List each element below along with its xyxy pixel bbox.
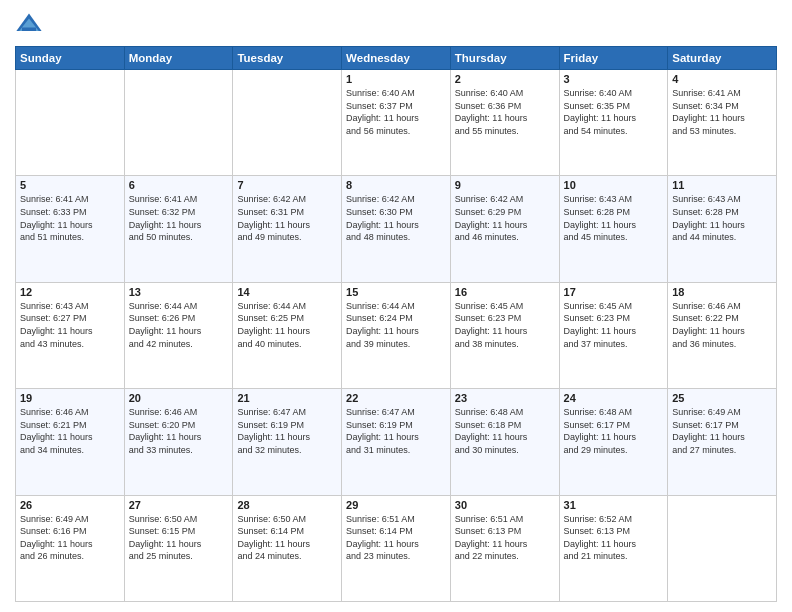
day-info: Sunrise: 6:51 AM Sunset: 6:14 PM Dayligh… bbox=[346, 513, 446, 563]
day-number: 6 bbox=[129, 179, 229, 191]
day-number: 23 bbox=[455, 392, 555, 404]
calendar-cell: 31Sunrise: 6:52 AM Sunset: 6:13 PM Dayli… bbox=[559, 495, 668, 601]
day-number: 25 bbox=[672, 392, 772, 404]
logo-icon bbox=[15, 10, 43, 38]
calendar-cell: 8Sunrise: 6:42 AM Sunset: 6:30 PM Daylig… bbox=[342, 176, 451, 282]
calendar-cell: 6Sunrise: 6:41 AM Sunset: 6:32 PM Daylig… bbox=[124, 176, 233, 282]
day-info: Sunrise: 6:41 AM Sunset: 6:33 PM Dayligh… bbox=[20, 193, 120, 243]
calendar-cell: 4Sunrise: 6:41 AM Sunset: 6:34 PM Daylig… bbox=[668, 70, 777, 176]
calendar-cell: 27Sunrise: 6:50 AM Sunset: 6:15 PM Dayli… bbox=[124, 495, 233, 601]
day-info: Sunrise: 6:45 AM Sunset: 6:23 PM Dayligh… bbox=[455, 300, 555, 350]
day-info: Sunrise: 6:44 AM Sunset: 6:24 PM Dayligh… bbox=[346, 300, 446, 350]
day-info: Sunrise: 6:41 AM Sunset: 6:32 PM Dayligh… bbox=[129, 193, 229, 243]
day-info: Sunrise: 6:50 AM Sunset: 6:14 PM Dayligh… bbox=[237, 513, 337, 563]
day-info: Sunrise: 6:44 AM Sunset: 6:25 PM Dayligh… bbox=[237, 300, 337, 350]
calendar-cell: 16Sunrise: 6:45 AM Sunset: 6:23 PM Dayli… bbox=[450, 282, 559, 388]
weekday-header-sunday: Sunday bbox=[16, 47, 125, 70]
calendar-table: SundayMondayTuesdayWednesdayThursdayFrid… bbox=[15, 46, 777, 602]
calendar-cell: 11Sunrise: 6:43 AM Sunset: 6:28 PM Dayli… bbox=[668, 176, 777, 282]
day-info: Sunrise: 6:48 AM Sunset: 6:17 PM Dayligh… bbox=[564, 406, 664, 456]
calendar-cell: 26Sunrise: 6:49 AM Sunset: 6:16 PM Dayli… bbox=[16, 495, 125, 601]
day-info: Sunrise: 6:49 AM Sunset: 6:17 PM Dayligh… bbox=[672, 406, 772, 456]
weekday-header-saturday: Saturday bbox=[668, 47, 777, 70]
day-number: 9 bbox=[455, 179, 555, 191]
calendar-cell: 25Sunrise: 6:49 AM Sunset: 6:17 PM Dayli… bbox=[668, 389, 777, 495]
day-info: Sunrise: 6:41 AM Sunset: 6:34 PM Dayligh… bbox=[672, 87, 772, 137]
day-number: 10 bbox=[564, 179, 664, 191]
logo bbox=[15, 10, 47, 38]
weekday-header-tuesday: Tuesday bbox=[233, 47, 342, 70]
calendar-header: SundayMondayTuesdayWednesdayThursdayFrid… bbox=[16, 47, 777, 70]
day-number: 28 bbox=[237, 499, 337, 511]
day-info: Sunrise: 6:43 AM Sunset: 6:28 PM Dayligh… bbox=[672, 193, 772, 243]
calendar-cell: 5Sunrise: 6:41 AM Sunset: 6:33 PM Daylig… bbox=[16, 176, 125, 282]
day-number: 16 bbox=[455, 286, 555, 298]
day-number: 5 bbox=[20, 179, 120, 191]
day-number: 4 bbox=[672, 73, 772, 85]
week-row-3: 19Sunrise: 6:46 AM Sunset: 6:21 PM Dayli… bbox=[16, 389, 777, 495]
calendar-cell: 29Sunrise: 6:51 AM Sunset: 6:14 PM Dayli… bbox=[342, 495, 451, 601]
day-number: 18 bbox=[672, 286, 772, 298]
week-row-1: 5Sunrise: 6:41 AM Sunset: 6:33 PM Daylig… bbox=[16, 176, 777, 282]
day-number: 19 bbox=[20, 392, 120, 404]
day-number: 8 bbox=[346, 179, 446, 191]
weekday-header-monday: Monday bbox=[124, 47, 233, 70]
calendar-cell: 13Sunrise: 6:44 AM Sunset: 6:26 PM Dayli… bbox=[124, 282, 233, 388]
day-info: Sunrise: 6:50 AM Sunset: 6:15 PM Dayligh… bbox=[129, 513, 229, 563]
weekday-header-friday: Friday bbox=[559, 47, 668, 70]
calendar-cell bbox=[124, 70, 233, 176]
calendar-cell: 2Sunrise: 6:40 AM Sunset: 6:36 PM Daylig… bbox=[450, 70, 559, 176]
day-number: 22 bbox=[346, 392, 446, 404]
calendar-cell: 9Sunrise: 6:42 AM Sunset: 6:29 PM Daylig… bbox=[450, 176, 559, 282]
day-info: Sunrise: 6:49 AM Sunset: 6:16 PM Dayligh… bbox=[20, 513, 120, 563]
week-row-0: 1Sunrise: 6:40 AM Sunset: 6:37 PM Daylig… bbox=[16, 70, 777, 176]
day-number: 30 bbox=[455, 499, 555, 511]
page: SundayMondayTuesdayWednesdayThursdayFrid… bbox=[0, 0, 792, 612]
svg-rect-2 bbox=[22, 28, 36, 32]
day-info: Sunrise: 6:47 AM Sunset: 6:19 PM Dayligh… bbox=[237, 406, 337, 456]
day-info: Sunrise: 6:52 AM Sunset: 6:13 PM Dayligh… bbox=[564, 513, 664, 563]
day-info: Sunrise: 6:45 AM Sunset: 6:23 PM Dayligh… bbox=[564, 300, 664, 350]
calendar-body: 1Sunrise: 6:40 AM Sunset: 6:37 PM Daylig… bbox=[16, 70, 777, 602]
calendar-cell: 17Sunrise: 6:45 AM Sunset: 6:23 PM Dayli… bbox=[559, 282, 668, 388]
calendar-cell: 24Sunrise: 6:48 AM Sunset: 6:17 PM Dayli… bbox=[559, 389, 668, 495]
day-number: 2 bbox=[455, 73, 555, 85]
day-info: Sunrise: 6:46 AM Sunset: 6:21 PM Dayligh… bbox=[20, 406, 120, 456]
day-info: Sunrise: 6:43 AM Sunset: 6:27 PM Dayligh… bbox=[20, 300, 120, 350]
calendar-cell: 28Sunrise: 6:50 AM Sunset: 6:14 PM Dayli… bbox=[233, 495, 342, 601]
day-number: 29 bbox=[346, 499, 446, 511]
day-info: Sunrise: 6:51 AM Sunset: 6:13 PM Dayligh… bbox=[455, 513, 555, 563]
day-info: Sunrise: 6:46 AM Sunset: 6:22 PM Dayligh… bbox=[672, 300, 772, 350]
day-info: Sunrise: 6:42 AM Sunset: 6:30 PM Dayligh… bbox=[346, 193, 446, 243]
day-number: 14 bbox=[237, 286, 337, 298]
day-number: 15 bbox=[346, 286, 446, 298]
day-info: Sunrise: 6:40 AM Sunset: 6:36 PM Dayligh… bbox=[455, 87, 555, 137]
day-number: 21 bbox=[237, 392, 337, 404]
weekday-header-wednesday: Wednesday bbox=[342, 47, 451, 70]
calendar-cell bbox=[16, 70, 125, 176]
day-number: 7 bbox=[237, 179, 337, 191]
day-info: Sunrise: 6:48 AM Sunset: 6:18 PM Dayligh… bbox=[455, 406, 555, 456]
day-number: 17 bbox=[564, 286, 664, 298]
calendar-cell: 10Sunrise: 6:43 AM Sunset: 6:28 PM Dayli… bbox=[559, 176, 668, 282]
calendar-cell: 19Sunrise: 6:46 AM Sunset: 6:21 PM Dayli… bbox=[16, 389, 125, 495]
calendar-cell: 12Sunrise: 6:43 AM Sunset: 6:27 PM Dayli… bbox=[16, 282, 125, 388]
day-info: Sunrise: 6:42 AM Sunset: 6:29 PM Dayligh… bbox=[455, 193, 555, 243]
day-number: 11 bbox=[672, 179, 772, 191]
day-info: Sunrise: 6:40 AM Sunset: 6:35 PM Dayligh… bbox=[564, 87, 664, 137]
day-info: Sunrise: 6:42 AM Sunset: 6:31 PM Dayligh… bbox=[237, 193, 337, 243]
calendar-cell: 18Sunrise: 6:46 AM Sunset: 6:22 PM Dayli… bbox=[668, 282, 777, 388]
calendar-cell bbox=[668, 495, 777, 601]
calendar-cell: 7Sunrise: 6:42 AM Sunset: 6:31 PM Daylig… bbox=[233, 176, 342, 282]
day-info: Sunrise: 6:40 AM Sunset: 6:37 PM Dayligh… bbox=[346, 87, 446, 137]
calendar-cell: 3Sunrise: 6:40 AM Sunset: 6:35 PM Daylig… bbox=[559, 70, 668, 176]
header bbox=[15, 10, 777, 38]
week-row-2: 12Sunrise: 6:43 AM Sunset: 6:27 PM Dayli… bbox=[16, 282, 777, 388]
day-info: Sunrise: 6:47 AM Sunset: 6:19 PM Dayligh… bbox=[346, 406, 446, 456]
day-number: 3 bbox=[564, 73, 664, 85]
day-number: 24 bbox=[564, 392, 664, 404]
day-number: 26 bbox=[20, 499, 120, 511]
day-number: 1 bbox=[346, 73, 446, 85]
day-info: Sunrise: 6:43 AM Sunset: 6:28 PM Dayligh… bbox=[564, 193, 664, 243]
calendar-cell: 15Sunrise: 6:44 AM Sunset: 6:24 PM Dayli… bbox=[342, 282, 451, 388]
